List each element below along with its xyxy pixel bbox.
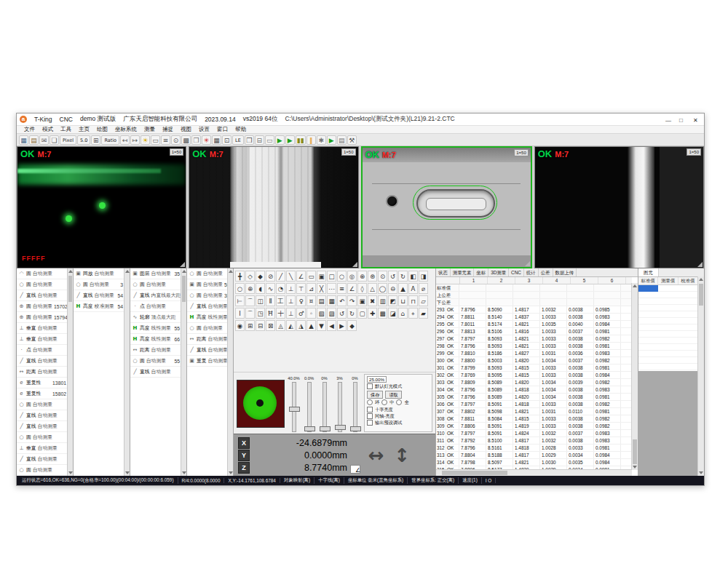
palette-tool-icon[interactable]: ▩ bbox=[378, 308, 387, 319]
measurement-list-item[interactable]: e 重复性 13801 bbox=[17, 378, 68, 388]
radio-icon[interactable] bbox=[381, 399, 387, 405]
palette-tool-icon[interactable]: ↻ bbox=[398, 271, 408, 282]
measurement-list-item[interactable]: ▣ 回放 自动测量 bbox=[74, 268, 124, 279]
palette-tool-icon[interactable]: ○ bbox=[337, 271, 347, 282]
table-row[interactable]: 311 OK 7.8792 8.5100 1.4817 1.0032 0.003… bbox=[436, 437, 632, 445]
light-extra-option[interactable]: 输出预设调试 bbox=[367, 420, 430, 426]
light-radio-option[interactable]: 环 bbox=[367, 399, 379, 406]
palette-tool-icon[interactable]: ▭ bbox=[306, 271, 316, 282]
palette-tool-icon[interactable]: ◔ bbox=[276, 283, 285, 294]
toolbar-button[interactable]: ⊞ bbox=[91, 135, 100, 145]
palette-tool-icon[interactable]: ⌖ bbox=[408, 308, 418, 319]
title-bar[interactable]: a T-King CNC demo 测试版 广东天启智能科技有限公司 2023.… bbox=[17, 113, 704, 125]
measurement-list-item[interactable]: ○ 圆 自动测量 bbox=[17, 465, 68, 476]
measurement-list-item[interactable]: ○ 圆 自动测量 bbox=[187, 323, 228, 334]
toolbar-button[interactable]: ⚒ bbox=[347, 135, 357, 145]
palette-tool-icon[interactable]: ◪ bbox=[388, 308, 397, 319]
toolbar-button[interactable]: ▦ bbox=[19, 135, 28, 145]
palette-tool-icon[interactable]: Ħ bbox=[266, 308, 275, 319]
light-slider[interactable]: 0.0% bbox=[304, 375, 314, 432]
slider-handle[interactable] bbox=[335, 425, 346, 430]
palette-tool-icon[interactable]: ▲ bbox=[398, 283, 408, 294]
palette-tool-icon[interactable]: ◳ bbox=[256, 308, 265, 319]
palette-tool-icon[interactable]: ◬ bbox=[276, 320, 285, 331]
toolbar-button[interactable]: ❒ bbox=[245, 135, 254, 145]
table-row[interactable]: 297 OK 7.8797 8.5093 1.4821 1.0033 0.003… bbox=[436, 335, 632, 343]
menu-item[interactable]: 测量 bbox=[141, 126, 158, 133]
checkbox-icon[interactable] bbox=[367, 407, 373, 412]
toolbar-button[interactable]: ‖ bbox=[306, 135, 316, 145]
palette-tool-icon[interactable]: ⊓ bbox=[408, 295, 418, 306]
palette-tool-icon[interactable]: A bbox=[408, 283, 418, 294]
toolbar-button[interactable]: ▤ bbox=[337, 135, 347, 145]
palette-tool-icon[interactable]: ▱ bbox=[419, 295, 428, 306]
minimize-button[interactable]: — bbox=[661, 115, 673, 124]
measurement-list-item[interactable]: ╱ 直线 自动测量 bbox=[17, 410, 68, 421]
palette-tool-icon[interactable]: Ⅱ bbox=[266, 295, 275, 306]
resize-handle-icon[interactable] bbox=[525, 261, 530, 266]
scroll-down-icon[interactable] bbox=[229, 471, 233, 474]
palette-tool-icon[interactable]: ▼ bbox=[317, 320, 326, 331]
palette-tool-icon[interactable]: ◎ bbox=[347, 271, 357, 282]
palette-tool-icon[interactable]: ▥ bbox=[378, 295, 387, 306]
palette-tool-icon[interactable]: ⌒ bbox=[245, 308, 255, 319]
toolbar-button[interactable]: ▶ bbox=[327, 135, 336, 145]
palette-tool-icon[interactable]: ↺ bbox=[388, 271, 397, 282]
palette-tool-icon[interactable]: ╳ bbox=[317, 283, 326, 294]
results-tab[interactable]: 坐标 bbox=[474, 268, 488, 276]
measurement-list-item[interactable]: ↔ 距离 自动测量 bbox=[130, 345, 181, 356]
slider-handle[interactable] bbox=[350, 426, 361, 431]
palette-tool-icon[interactable]: ≡ bbox=[337, 283, 347, 294]
palette-tool-icon[interactable]: ⊙ bbox=[378, 271, 387, 282]
palette-tool-icon[interactable]: ◉ bbox=[235, 320, 245, 331]
measurement-list-item[interactable]: ∿ 轮廓 顶点最大距 bbox=[130, 312, 181, 323]
table-row[interactable]: 306 OK 7.8797 8.5091 1.4818 1.0033 0.003… bbox=[436, 401, 632, 408]
slider-track[interactable] bbox=[307, 382, 312, 432]
checkbox-icon[interactable] bbox=[367, 413, 373, 419]
measurement-list-item[interactable]: ○ 圆 自动测量 55 bbox=[130, 356, 181, 367]
camera2-zoom-chip[interactable]: 1=50 bbox=[341, 148, 356, 156]
palette-tool-icon[interactable]: ⊛ bbox=[368, 271, 377, 282]
palette-tool-icon[interactable]: ⊔ bbox=[398, 295, 408, 306]
palette-tool-icon[interactable]: ♀ bbox=[296, 295, 306, 306]
results-tab[interactable]: CNC bbox=[509, 268, 524, 276]
palette-tool-icon[interactable]: ▣ bbox=[317, 271, 326, 282]
menu-item[interactable]: 视图 bbox=[178, 126, 194, 133]
palette-tool-icon[interactable]: ▣ bbox=[357, 295, 367, 306]
table-vertical-scrollbar[interactable] bbox=[631, 283, 638, 470]
palette-tool-icon[interactable]: ⌂ bbox=[398, 308, 408, 319]
measurement-list-item[interactable]: ▣ 重复 自动测量 bbox=[187, 356, 228, 367]
results-tab[interactable]: 公差 bbox=[539, 268, 553, 276]
table-row[interactable]: 300 OK 7.8800 8.5003 1.4820 1.0034 0.003… bbox=[436, 357, 632, 364]
resize-handle-icon[interactable] bbox=[352, 262, 357, 267]
palette-tool-icon[interactable]: ⊢ bbox=[235, 295, 245, 306]
palette-tool-icon[interactable]: ⊟ bbox=[256, 320, 265, 331]
light-extra-option[interactable]: 十字亮度 bbox=[367, 407, 430, 413]
measurement-list-item[interactable]: ○ 圆 自动测量 bbox=[17, 279, 68, 290]
resize-handle-icon[interactable] bbox=[697, 262, 703, 267]
light-slider[interactable]: 0% bbox=[349, 375, 360, 432]
palette-tool-icon[interactable]: ⊕ bbox=[245, 283, 255, 294]
results-tab[interactable]: 测量元素 bbox=[451, 268, 475, 276]
palette-tool-icon[interactable]: ⊞ bbox=[245, 320, 255, 331]
measurement-list-item[interactable]: H 高度 线性测量 55 bbox=[130, 323, 181, 334]
scroll-down-icon[interactable] bbox=[633, 466, 637, 469]
palette-tool-icon[interactable]: ⊿ bbox=[306, 283, 316, 294]
palette-tool-icon[interactable]: ∠ bbox=[347, 283, 357, 294]
palette-tool-icon[interactable]: ⌒ bbox=[245, 295, 255, 306]
table-horizontal-scrollbar[interactable] bbox=[436, 469, 632, 476]
measurement-list-item[interactable]: ⊕ 圆 自动测量 15794 bbox=[17, 312, 68, 323]
scroll-up-icon[interactable] bbox=[125, 270, 130, 273]
selected-cell-highlight[interactable] bbox=[638, 285, 658, 292]
measurement-list-item[interactable]: ○ 圆 自动测量 bbox=[130, 279, 181, 290]
measurement-list-item[interactable]: ○ 圆 自动测量 bbox=[187, 268, 228, 279]
camera-panel-3-selected[interactable]: OK M:7 1=50 bbox=[361, 146, 532, 268]
palette-tool-icon[interactable]: □ bbox=[327, 271, 336, 282]
toolbar-button[interactable]: ▤ bbox=[29, 135, 39, 145]
results-tab[interactable]: 数据上传 bbox=[553, 268, 577, 276]
palette-tool-icon[interactable]: ✚ bbox=[368, 308, 377, 319]
measurement-list-item[interactable]: · 点 自动测量 bbox=[130, 301, 181, 312]
palette-tool-icon[interactable]: ▲ bbox=[306, 320, 316, 331]
light-slider[interactable]: 40.0% bbox=[288, 375, 299, 432]
table-row[interactable]: 298 OK 7.8796 8.5093 1.4821 1.0033 0.003… bbox=[436, 343, 632, 350]
